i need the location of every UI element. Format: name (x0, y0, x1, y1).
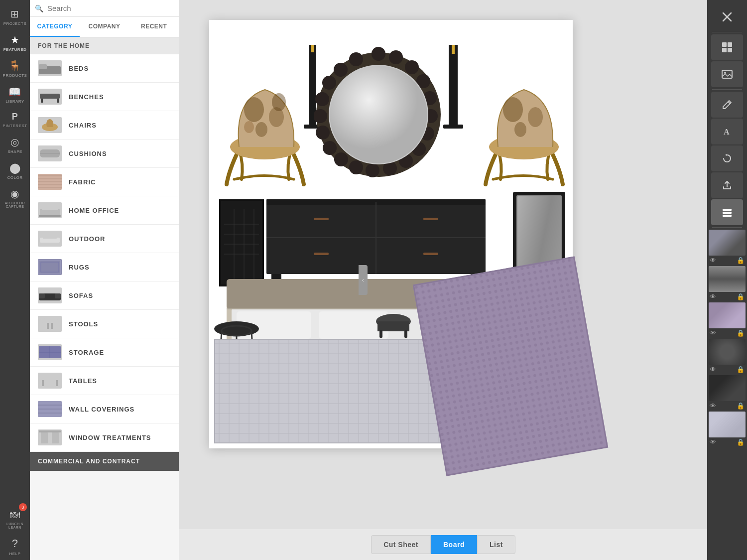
sidebar-item-library[interactable]: 📖 LIBRARY (0, 82, 30, 108)
category-label-tables: TABLES (69, 377, 97, 385)
board-item-mirror[interactable] (314, 45, 443, 184)
visibility-icon[interactable]: 👁 (710, 402, 716, 410)
thumb-item[interactable]: 👁 🔒 (709, 230, 746, 265)
category-thumb-storage (38, 344, 62, 360)
list-item[interactable]: BENCHES (30, 83, 179, 111)
list-item[interactable]: BEDS (30, 54, 179, 83)
svg-point-66 (349, 160, 363, 174)
search-input[interactable] (47, 4, 174, 12)
svg-point-44 (255, 122, 267, 137)
list-item[interactable]: STORAGE (30, 338, 179, 367)
svg-rect-79 (443, 125, 463, 129)
visibility-icon[interactable]: 👁 (710, 438, 716, 446)
svg-point-25 (41, 318, 59, 324)
bottom-toolbar: Cut Sheet Board List (179, 529, 707, 560)
sidebar-item-products[interactable]: 🪑 PRODUCTS (0, 56, 30, 82)
svg-point-57 (405, 60, 419, 74)
category-thumb-stools (38, 316, 62, 332)
close-button[interactable] (711, 4, 743, 30)
list-item[interactable]: RUGS (30, 253, 179, 281)
list-item[interactable]: CUSHIONS (30, 140, 179, 168)
svg-point-45 (244, 121, 254, 133)
category-label-beds: BEDS (69, 65, 89, 72)
sidebar-item-pinterest[interactable]: P PINTEREST (0, 108, 30, 132)
sidebar-item-help[interactable]: ? HELP (0, 533, 30, 560)
svg-point-77 (330, 66, 427, 163)
sidebar-item-ar-color[interactable]: ◉ AR COLOR CAPTURE (0, 184, 30, 212)
sidebar-item-featured[interactable]: ★ FEATURED (0, 30, 30, 56)
tab-company[interactable]: COMPANY (80, 17, 129, 37)
board-item-chair-right[interactable] (478, 40, 570, 189)
board-item-rug-accent[interactable] (413, 256, 609, 476)
sidebar-item-projects[interactable]: ⊞ PROJECTS (0, 4, 30, 30)
svg-rect-96 (314, 218, 329, 220)
lock-icon[interactable]: 🔒 (737, 293, 745, 300)
layers-button[interactable] (711, 199, 743, 225)
thumb-controls: 👁 🔒 (709, 292, 746, 301)
tab-recent[interactable]: RECENT (129, 17, 179, 37)
svg-rect-40 (52, 432, 59, 443)
lock-icon[interactable]: 🔒 (737, 257, 745, 264)
tab-category[interactable]: CATEGORY (30, 17, 80, 37)
lock-icon[interactable]: 🔒 (737, 438, 745, 446)
svg-point-55 (372, 47, 385, 61)
board-item-lamp-right[interactable] (441, 45, 466, 130)
svg-point-71 (315, 92, 329, 106)
search-icon: 🔍 (35, 4, 43, 12)
svg-point-74 (349, 52, 363, 66)
visibility-icon[interactable]: 👁 (710, 366, 716, 373)
edit-button[interactable] (711, 92, 743, 118)
svg-rect-24 (55, 293, 61, 298)
list-item[interactable]: FABRIC (30, 168, 179, 196)
list-item[interactable]: OUTDOOR (30, 225, 179, 253)
rotate-button[interactable] (711, 145, 743, 171)
board-area[interactable] (209, 20, 573, 448)
svg-rect-2 (40, 94, 60, 99)
svg-rect-18 (43, 236, 57, 239)
image-view-button[interactable] (711, 61, 743, 87)
category-thumb-cushions (38, 145, 62, 161)
lock-icon[interactable]: 🔒 (737, 329, 745, 337)
sidebar-item-shape[interactable]: ◎ SHAPE (0, 132, 30, 158)
lock-icon[interactable]: 🔒 (737, 366, 745, 373)
section-commercial[interactable]: COMMERCIAL AND CONTRACT (30, 452, 179, 471)
list-item[interactable]: STOOLS (30, 310, 179, 338)
thumb-item[interactable]: 👁 🔒 (709, 302, 746, 338)
list-item[interactable]: TABLES (30, 367, 179, 395)
visibility-icon[interactable]: 👁 (710, 257, 716, 264)
sidebar-item-color[interactable]: ⬤ COLOR (0, 158, 30, 184)
thumb-item[interactable]: 👁 🔒 (709, 339, 746, 374)
thumb-item[interactable]: 👁 🔒 (709, 412, 746, 447)
svg-rect-19 (38, 259, 62, 275)
lock-icon[interactable]: 🔒 (737, 402, 745, 410)
pinterest-icon: P (12, 112, 18, 122)
visibility-icon[interactable]: 👁 (710, 329, 716, 337)
list-item[interactable]: CHAIRS (30, 111, 179, 140)
list-item[interactable]: HOME OFFICE (30, 196, 179, 225)
list-item[interactable]: WALL COVERINGS (30, 395, 179, 423)
thumb-controls: 👁 🔒 (709, 401, 746, 411)
svg-rect-3 (41, 99, 43, 103)
help-icon: ? (12, 537, 18, 550)
visibility-icon[interactable]: 👁 (710, 293, 716, 300)
thumb-item[interactable]: 👁 🔒 (709, 266, 746, 301)
list-button[interactable]: List (477, 535, 515, 554)
export-button[interactable] (711, 172, 743, 198)
cut-sheet-button[interactable]: Cut Sheet (371, 535, 431, 554)
thumb-image (709, 230, 746, 256)
category-label-home-office: HOME OFFICE (69, 207, 119, 214)
thumb-item[interactable]: 👁 🔒 (709, 375, 746, 411)
svg-rect-123 (404, 330, 407, 338)
sidebar-panel: 🔍 CATEGORY COMPANY RECENT FOR THE HOME B… (30, 0, 179, 560)
list-item[interactable]: WINDOW TREATMENTS (30, 423, 179, 452)
category-tabs: CATEGORY COMPANY RECENT (30, 17, 179, 37)
board-button[interactable]: Board (431, 535, 477, 554)
board-item-chair-left[interactable] (219, 40, 311, 189)
sidebar-item-lunch[interactable]: 3 🍽 LUNCH & LEARN (0, 505, 30, 533)
svg-rect-99 (423, 253, 438, 255)
category-thumb-wall-coverings (38, 401, 62, 417)
list-item[interactable]: SOFAS (30, 281, 179, 310)
grid-view-button[interactable] (711, 34, 743, 60)
text-button[interactable]: A (711, 119, 743, 144)
sidebar-collapse-handle[interactable]: ‹ (359, 265, 368, 295)
